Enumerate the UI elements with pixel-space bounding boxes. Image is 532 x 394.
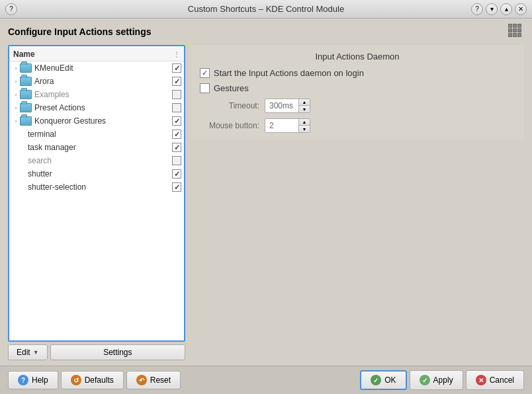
tree-item-konquerorGestures[interactable]: › Konqueror Gestures bbox=[9, 114, 184, 128]
grid-view-icon[interactable] bbox=[508, 24, 524, 40]
bottom-right-buttons: ✓ OK ✓ Apply ✕ Cancel bbox=[360, 370, 524, 390]
top-area: Configure Input Actions settings bbox=[0, 19, 532, 42]
checkbox-kmenuEdit[interactable] bbox=[172, 63, 181, 73]
timeout-down-arrow[interactable]: ▼ bbox=[299, 106, 310, 112]
cancel-button[interactable]: ✕ Cancel bbox=[466, 370, 524, 390]
mouse-button-value: 2 bbox=[265, 120, 298, 132]
titlebar-maximize-button[interactable]: ▴ bbox=[500, 3, 512, 15]
checkbox-taskManager[interactable] bbox=[172, 143, 181, 152]
defaults-button[interactable]: ↺ Defaults bbox=[61, 371, 124, 389]
expand-icon-presetActions[interactable]: › bbox=[12, 104, 20, 112]
timeout-row: Timeout: 300ms ▲ ▼ bbox=[200, 98, 515, 113]
titlebar-close-button[interactable]: ✕ bbox=[515, 3, 527, 15]
apply-label: Apply bbox=[433, 375, 453, 385]
start-daemon-row: Start the Input Actions daemon on login bbox=[200, 68, 515, 78]
settings-button[interactable]: Settings bbox=[50, 344, 185, 360]
timeout-spinbox[interactable]: 300ms ▲ ▼ bbox=[265, 98, 310, 113]
help-icon: ? bbox=[18, 375, 28, 385]
edit-chevron-icon: ▼ bbox=[33, 349, 39, 356]
defaults-icon: ↺ bbox=[71, 375, 81, 385]
tree-label-shutter: shutter bbox=[28, 169, 169, 178]
timeout-arrows: ▲ ▼ bbox=[298, 99, 310, 112]
start-daemon-label: Start the Input Actions daemon on login bbox=[214, 68, 364, 78]
mouse-button-arrows: ▲ ▼ bbox=[298, 119, 310, 132]
tree-header-name-label: Name bbox=[13, 50, 173, 59]
tree-item-shutter[interactable]: shutter bbox=[9, 167, 184, 180]
start-daemon-checkbox[interactable] bbox=[200, 68, 210, 78]
daemon-section-title: Input Actions Daemon bbox=[200, 52, 515, 61]
tree-item-kmenuEdit[interactable]: › KMenuEdit bbox=[9, 61, 184, 75]
tree-item-examples[interactable]: › Examples bbox=[9, 88, 184, 101]
mouse-button-label: Mouse button: bbox=[200, 121, 259, 130]
tree-item-search[interactable]: search bbox=[9, 154, 184, 167]
checkbox-arora[interactable] bbox=[172, 77, 181, 86]
main-window: Configure Input Actions settings Name ⋮ bbox=[0, 19, 532, 394]
help-label: Help bbox=[32, 375, 48, 385]
left-panel-buttons: Edit ▼ Settings bbox=[8, 344, 185, 360]
reset-label: Reset bbox=[150, 375, 171, 385]
reset-icon: ↶ bbox=[136, 375, 147, 385]
timeout-up-arrow[interactable]: ▲ bbox=[299, 99, 310, 106]
cancel-label: Cancel bbox=[490, 375, 514, 385]
reset-button[interactable]: ↶ Reset bbox=[126, 371, 181, 389]
checkbox-presetActions[interactable] bbox=[172, 103, 181, 112]
titlebar-help-btn[interactable]: ? bbox=[5, 3, 17, 15]
folder-icon-examples bbox=[20, 90, 32, 99]
gestures-label: Gestures bbox=[214, 83, 249, 93]
expand-icon-arora[interactable]: › bbox=[12, 77, 20, 85]
gestures-checkbox[interactable] bbox=[200, 83, 210, 93]
tree-label-shutterSelection: shutter-selection bbox=[28, 182, 169, 192]
help-button[interactable]: ? Help bbox=[8, 371, 58, 389]
tree-item-shutterSelection[interactable]: shutter-selection bbox=[9, 180, 184, 194]
ok-icon: ✓ bbox=[371, 375, 381, 385]
tree-label-taskManager: task manager bbox=[28, 143, 169, 152]
mouse-button-up-arrow[interactable]: ▲ bbox=[299, 119, 310, 126]
titlebar-title: Custom Shortcuts – KDE Control Module bbox=[188, 4, 344, 14]
tree-label-konquerorGestures: Konqueror Gestures bbox=[34, 116, 169, 126]
titlebar: ? Custom Shortcuts – KDE Control Module … bbox=[0, 0, 532, 19]
tree-item-terminal[interactable]: terminal bbox=[9, 128, 184, 141]
checkbox-konquerorGestures[interactable] bbox=[172, 116, 181, 126]
tree-label-kmenuEdit: KMenuEdit bbox=[34, 63, 169, 73]
tree-item-presetActions[interactable]: › Preset Actions bbox=[9, 101, 184, 114]
tree-header: Name ⋮ bbox=[9, 48, 184, 61]
checkbox-shutterSelection[interactable] bbox=[172, 182, 181, 192]
tree-label-terminal: terminal bbox=[28, 130, 169, 139]
apply-button[interactable]: ✓ Apply bbox=[410, 370, 463, 390]
edit-button-label: Edit bbox=[17, 348, 30, 357]
checkbox-terminal[interactable] bbox=[172, 130, 181, 139]
defaults-label: Defaults bbox=[85, 375, 114, 385]
edit-button[interactable]: Edit ▼ bbox=[8, 344, 48, 360]
ok-button[interactable]: ✓ OK bbox=[360, 370, 406, 390]
folder-icon-kmenuEdit bbox=[20, 63, 32, 73]
expand-icon-kmenuEdit[interactable]: › bbox=[12, 64, 20, 72]
bottom-left-buttons: ? Help ↺ Defaults ↶ Reset bbox=[8, 371, 181, 389]
tree-item-taskManager[interactable]: task manager bbox=[9, 141, 184, 154]
ok-label: OK bbox=[384, 375, 396, 385]
titlebar-right: ? ▾ ▴ ✕ bbox=[471, 3, 527, 15]
checkbox-search[interactable] bbox=[172, 156, 181, 165]
tree-item-arora[interactable]: › Arora bbox=[9, 75, 184, 88]
titlebar-help-button[interactable]: ? bbox=[471, 3, 483, 15]
titlebar-left: ? bbox=[5, 3, 17, 15]
mouse-button-down-arrow[interactable]: ▼ bbox=[299, 126, 310, 132]
right-panel: Input Actions Daemon Start the Input Act… bbox=[191, 45, 524, 360]
cancel-icon: ✕ bbox=[476, 375, 486, 385]
checkbox-examples[interactable] bbox=[172, 90, 181, 99]
tree-header-dots: ⋮ bbox=[173, 51, 180, 58]
checkbox-shutter[interactable] bbox=[172, 169, 181, 178]
tree-label-examples: Examples bbox=[34, 90, 169, 99]
mouse-button-spinbox[interactable]: 2 ▲ ▼ bbox=[265, 118, 310, 133]
folder-icon-presetActions bbox=[20, 103, 32, 112]
apply-icon: ✓ bbox=[420, 375, 430, 385]
expand-icon-konquerorGestures[interactable]: › bbox=[12, 117, 20, 125]
folder-icon-arora bbox=[20, 77, 32, 86]
tree-label-presetActions: Preset Actions bbox=[34, 103, 169, 112]
expand-icon-examples[interactable]: › bbox=[12, 91, 20, 98]
page-title: Configure Input Actions settings bbox=[8, 26, 151, 37]
tree-container[interactable]: Name ⋮ › KMenuEdit › Arora bbox=[8, 45, 185, 342]
titlebar-minimize-button[interactable]: ▾ bbox=[486, 3, 498, 15]
bottom-bar: ? Help ↺ Defaults ↶ Reset ✓ OK ✓ Apply ✕ bbox=[0, 366, 532, 394]
folder-icon-konquerorGestures bbox=[20, 116, 32, 126]
tree-label-search: search bbox=[28, 156, 169, 165]
